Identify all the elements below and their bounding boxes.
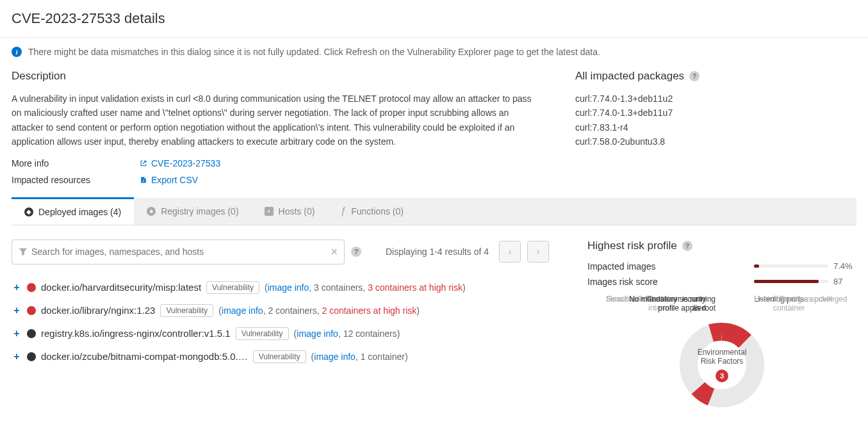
host-icon: ▪ xyxy=(265,207,274,216)
external-link-icon xyxy=(140,159,147,167)
results-text: Displaying 1-4 results of 4 xyxy=(386,247,489,257)
image-info-link[interactable]: image info xyxy=(314,352,356,362)
impacted-pct: 7.4% xyxy=(833,261,856,271)
severity-dot xyxy=(27,283,36,292)
expand-icon[interactable]: + xyxy=(12,282,22,293)
search-box[interactable]: × xyxy=(12,240,345,264)
impacted-resources-label: Impacted resources xyxy=(12,175,140,185)
image-info-link[interactable]: image info xyxy=(268,282,309,293)
search-input[interactable] xyxy=(28,247,331,257)
image-name[interactable]: docker.io/zcube/bitnami-compat-mongodb:5… xyxy=(41,351,248,362)
image-row: +docker.io/library/nginx:1.23Vulnerabili… xyxy=(12,299,549,322)
packages-list: curl:7.74.0-1.3+deb11u2 curl:7.74.0-1.3+… xyxy=(575,92,844,149)
pager-next[interactable]: › xyxy=(527,241,549,263)
factor-host: Host access xyxy=(754,295,831,304)
risk-score: 87 xyxy=(833,277,856,286)
image-meta: (image info, 1 container) xyxy=(311,352,408,362)
wheel-center-label: Environmental Risk Factors xyxy=(693,348,751,366)
risk-score-label: Images risk score xyxy=(587,277,658,287)
info-icon: i xyxy=(12,47,22,57)
risk-wheel: Environmental Risk Factors 3 Container i… xyxy=(587,295,856,435)
image-info-link[interactable]: image info xyxy=(297,329,338,339)
image-row: +docker.io/zcube/bitnami-compat-mongodb:… xyxy=(12,345,549,368)
expand-icon[interactable]: + xyxy=(12,328,22,339)
banner-text: There might be data mismatches in this d… xyxy=(28,47,600,57)
description-text: A vulnerability in input validation exis… xyxy=(12,92,537,149)
image-row: +docker.io/harvarditsecurity/misp:latest… xyxy=(12,276,549,299)
packages-heading: All impacted packages ? xyxy=(575,70,844,83)
export-csv-link[interactable]: Export CSV xyxy=(140,175,198,185)
expand-icon[interactable]: + xyxy=(12,305,22,316)
help-icon[interactable]: ? xyxy=(689,71,700,81)
package-item: curl:7.74.0-1.3+deb11u7 xyxy=(575,106,844,120)
description-heading: Description xyxy=(12,70,537,83)
tab-hosts[interactable]: ▪ Hosts (0) xyxy=(252,198,328,225)
package-item: curl:7.74.0-1.3+deb11u2 xyxy=(575,92,844,106)
pager-prev[interactable]: ‹ xyxy=(499,241,521,263)
cve-link[interactable]: CVE-2023-27533 xyxy=(140,158,220,168)
risk-text: 3 containers at high risk xyxy=(368,282,463,293)
image-name[interactable]: docker.io/harvarditsecurity/misp:latest xyxy=(41,282,201,293)
vulnerability-badge: Vulnerability xyxy=(236,327,289,340)
tab-registry-images[interactable]: ● Registry images (0) xyxy=(134,198,251,225)
image-row: +registry.k8s.io/ingress-nginx/controlle… xyxy=(12,322,549,345)
factor-security: No mandatory security profile applied xyxy=(623,295,706,313)
vulnerability-badge: Vulnerability xyxy=(160,304,213,317)
risk-text: 2 containers at high risk xyxy=(322,305,416,316)
package-item: curl:7.83.1-r4 xyxy=(575,120,844,134)
wheel-count: 3 xyxy=(716,370,728,382)
tab-deployed-images[interactable]: ◆ Deployed images (4) xyxy=(12,197,134,225)
page-title: CVE-2023-27533 details xyxy=(12,10,856,27)
image-name[interactable]: registry.k8s.io/ingress-nginx/controller… xyxy=(41,328,231,339)
clear-icon[interactable]: × xyxy=(331,245,338,259)
severity-dot xyxy=(27,329,36,338)
tabs: ◆ Deployed images (4) ● Registry images … xyxy=(12,198,856,225)
help-icon[interactable]: ? xyxy=(351,247,361,257)
expand-icon[interactable]: + xyxy=(12,351,22,362)
image-meta: (image info, 2 containers, 2 containers … xyxy=(218,305,420,316)
cube-icon: ◆ xyxy=(24,207,33,216)
image-name[interactable]: docker.io/library/nginx:1.23 xyxy=(41,305,155,316)
image-meta: (image info, 12 containers) xyxy=(294,329,400,339)
impacted-images-label: Impacted images xyxy=(587,261,656,272)
function-icon: ƒ xyxy=(340,206,346,217)
export-icon xyxy=(140,176,147,184)
filter-icon xyxy=(19,247,28,256)
vulnerability-badge: Vulnerability xyxy=(253,350,306,363)
severity-dot xyxy=(27,352,36,361)
package-item: curl:7.58.0-2ubuntu3.8 xyxy=(575,134,844,149)
more-info-label: More info xyxy=(12,158,140,168)
severity-dot xyxy=(27,306,36,315)
image-meta: (image info, 3 containers, 3 containers … xyxy=(265,282,466,293)
info-banner: i There might be data mismatches in this… xyxy=(0,38,868,66)
circle-icon: ● xyxy=(147,207,156,216)
help-icon[interactable]: ? xyxy=(682,241,692,251)
tab-functions[interactable]: ƒ Functions (0) xyxy=(327,198,416,225)
vulnerability-badge: Vulnerability xyxy=(206,281,259,294)
image-info-link[interactable]: image info xyxy=(222,305,263,316)
risk-profile-heading: Highest risk profile ? xyxy=(587,240,856,252)
